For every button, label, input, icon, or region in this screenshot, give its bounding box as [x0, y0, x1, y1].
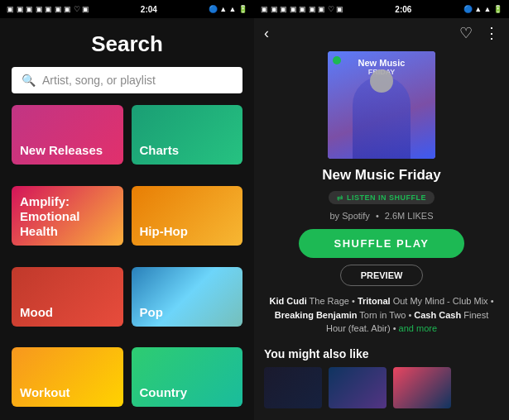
category-hiphop-label: Hip-Hop — [140, 224, 188, 239]
nav-icons-right: ♡ ⋮ — [459, 24, 499, 42]
shuffle-play-button[interactable]: SHUFFLE PLAY — [299, 229, 464, 258]
right-status-icons-left: 🔵 ▲ ▲ 🔋 — [209, 5, 247, 13]
cover-head — [370, 69, 393, 93]
right-time: 2:06 — [395, 5, 411, 14]
category-workout[interactable]: Workout — [12, 347, 123, 407]
search-icon: 🔍 — [22, 74, 36, 87]
search-input-placeholder: Artist, song, or playlist — [42, 74, 156, 87]
category-workout-label: Workout — [20, 385, 70, 400]
category-charts-label: Charts — [140, 143, 180, 158]
artist-tritonal: Tritonal — [358, 296, 391, 306]
shuffle-badge: ⇄ LISTEN IN SHUFFLE — [329, 191, 435, 204]
playlist-cover-image: New Music FRIDAY — [328, 51, 435, 159]
artist-kid-cudi: Kid Cudi — [270, 296, 307, 306]
and-more-link[interactable]: and more — [399, 323, 437, 333]
category-country[interactable]: Country — [132, 347, 243, 407]
likes-label: 2.6M LIKES — [385, 211, 434, 221]
category-new-releases-label: New Releases — [20, 143, 103, 158]
playlist-panel: ▣ ▣ ▣ ▣ ▣ ▣ ▣ ♡ ▣ 2:06 🔵 ▲ ▲ 🔋 ‹ ♡ ⋮ New… — [254, 0, 509, 420]
left-status-icons: ▣ ▣ ▣ ▣ ▣ ▣ ▣ ♡ ▣ — [7, 5, 89, 13]
category-charts[interactable]: Charts — [132, 105, 243, 165]
you-might-like-section: You might also like — [254, 341, 509, 412]
status-bar-right: ▣ ▣ ▣ ▣ ▣ ▣ ▣ ♡ ▣ 2:06 🔵 ▲ ▲ 🔋 — [254, 0, 509, 18]
category-pop-label: Pop — [140, 305, 163, 320]
status-bar-left: ▣ ▣ ▣ ▣ ▣ ▣ ▣ ♡ ▣ 2:04 🔵 ▲ ▲ 🔋 — [0, 0, 254, 18]
shuffle-badge-wrap: ⇄ LISTEN IN SHUFFLE — [264, 189, 499, 208]
category-new-releases[interactable]: New Releases — [12, 105, 123, 165]
category-pop[interactable]: Pop — [132, 267, 243, 327]
playlist-image-inner: New Music FRIDAY — [328, 51, 435, 159]
thumb-3[interactable] — [393, 367, 451, 408]
by-spotify-text: by Spotify • 2.6M LIKES — [264, 211, 499, 221]
top-nav: ‹ ♡ ⋮ — [254, 18, 509, 48]
shuffle-badge-text: LISTEN IN SHUFFLE — [347, 193, 426, 202]
category-mood-label: Mood — [20, 305, 53, 320]
category-mood[interactable]: Mood — [12, 267, 123, 327]
track-list: Kid Cudi The Rage • Tritonal Out My Mind… — [254, 294, 509, 341]
you-might-like-title: You might also like — [264, 347, 499, 360]
artist-breaking-benjamin: Breaking Benjamin — [275, 310, 358, 320]
shuffle-icon: ⇄ — [337, 193, 343, 202]
thumb-2[interactable] — [329, 367, 387, 408]
category-country-label: Country — [140, 385, 188, 400]
category-amplify-label: Amplify: Emotional Health — [20, 194, 115, 239]
category-amplify[interactable]: Amplify: Emotional Health — [12, 186, 123, 246]
category-grid: New Releases Charts Amplify: Emotional H… — [0, 105, 254, 420]
more-options-icon[interactable]: ⋮ — [484, 24, 499, 42]
search-bar[interactable]: 🔍 Artist, song, or playlist — [12, 67, 242, 93]
artist-cash-cash: Cash Cash — [414, 310, 461, 320]
left-time: 2:04 — [141, 5, 157, 14]
preview-button[interactable]: PREVIEW — [340, 265, 423, 286]
thumb-1[interactable] — [264, 367, 322, 408]
by-label: by Spotify — [330, 211, 370, 221]
right-status-icons: ▣ ▣ ▣ ▣ ▣ ▣ ▣ ♡ ▣ — [261, 5, 343, 13]
new-music-text: New Music — [328, 58, 435, 68]
playlist-title: New Music Friday — [264, 167, 499, 184]
search-panel: ▣ ▣ ▣ ▣ ▣ ▣ ▣ ♡ ▣ 2:04 🔵 ▲ ▲ 🔋 Search 🔍 … — [0, 0, 254, 420]
right-battery-icons: 🔵 ▲ ▲ 🔋 — [463, 5, 502, 13]
heart-icon[interactable]: ♡ — [459, 24, 473, 42]
search-title: Search — [0, 18, 254, 67]
track-list-text: Kid Cudi The Rage • Tritonal Out My Mind… — [264, 294, 499, 336]
playlist-info: New Music Friday ⇄ LISTEN IN SHUFFLE by … — [254, 167, 509, 229]
thumbnail-row — [264, 367, 499, 408]
back-icon[interactable]: ‹ — [264, 25, 269, 42]
category-hiphop[interactable]: Hip-Hop — [132, 186, 243, 246]
